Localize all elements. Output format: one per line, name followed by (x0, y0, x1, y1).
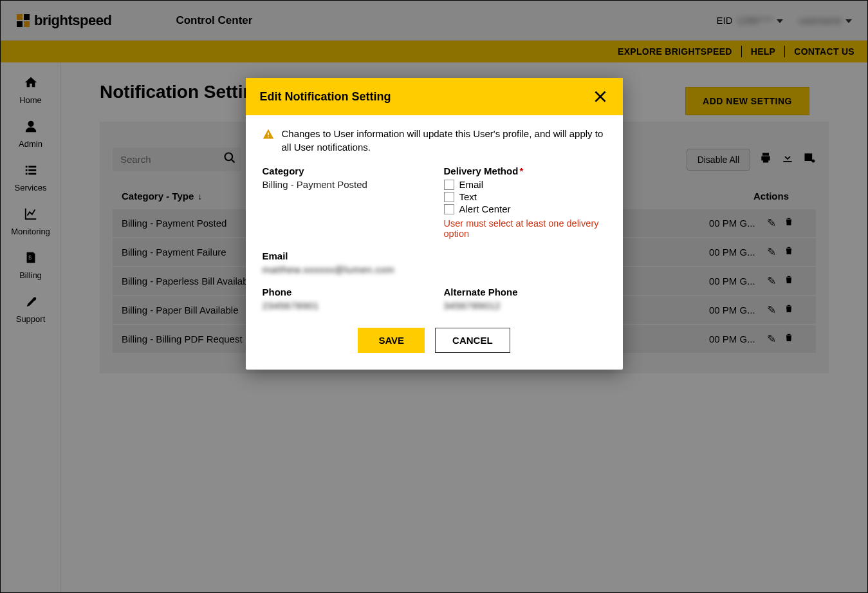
save-button[interactable]: SAVE (358, 328, 425, 353)
warning-icon (263, 128, 274, 154)
cancel-button[interactable]: CANCEL (435, 328, 510, 353)
phone-label: Phone (263, 287, 425, 297)
modal-title: Edit Notification Setting (260, 90, 391, 104)
required-asterisk: * (519, 165, 523, 176)
category-label: Category (263, 165, 425, 176)
delivery-error: User must select at least one delivery o… (444, 218, 606, 239)
checkbox-text[interactable] (444, 192, 454, 202)
checkbox-alert-center[interactable] (444, 204, 454, 214)
checkbox-label: Text (459, 191, 477, 202)
phone-value: 2345678901 (263, 300, 425, 311)
email-section: Email matthew.xxxxxx@lumen.com (263, 250, 606, 275)
delivery-label: Delivery Method* (444, 165, 606, 176)
checkbox-row-alert-center: Alert Center (444, 203, 606, 214)
category-section: Category Billing - Payment Posted (263, 165, 425, 239)
email-value: matthew.xxxxxx@lumen.com (263, 264, 606, 275)
delivery-section: Delivery Method* Email Text (444, 165, 606, 239)
edit-notification-modal: Edit Notification Setting Changes to Use… (246, 78, 623, 370)
close-icon[interactable] (592, 88, 609, 105)
warning-text: Changes to User information will update … (282, 127, 606, 154)
alt-phone-value: 3456789012 (444, 300, 606, 311)
checkbox-label: Alert Center (459, 203, 511, 214)
alt-phone-label: Alternate Phone (444, 287, 606, 297)
checkbox-label: Email (459, 179, 484, 190)
modal-warning: Changes to User information will update … (263, 127, 606, 154)
alt-phone-section: Alternate Phone 3456789012 (444, 287, 606, 311)
checkbox-email[interactable] (444, 180, 454, 190)
email-label: Email (263, 250, 606, 261)
checkbox-row-text: Text (444, 191, 606, 202)
category-value: Billing - Payment Posted (263, 179, 425, 190)
modal-overlay: Edit Notification Setting Changes to Use… (1, 1, 867, 592)
checkbox-row-email: Email (444, 179, 606, 190)
phone-section: Phone 2345678901 (263, 287, 425, 311)
modal-header: Edit Notification Setting (246, 78, 623, 115)
